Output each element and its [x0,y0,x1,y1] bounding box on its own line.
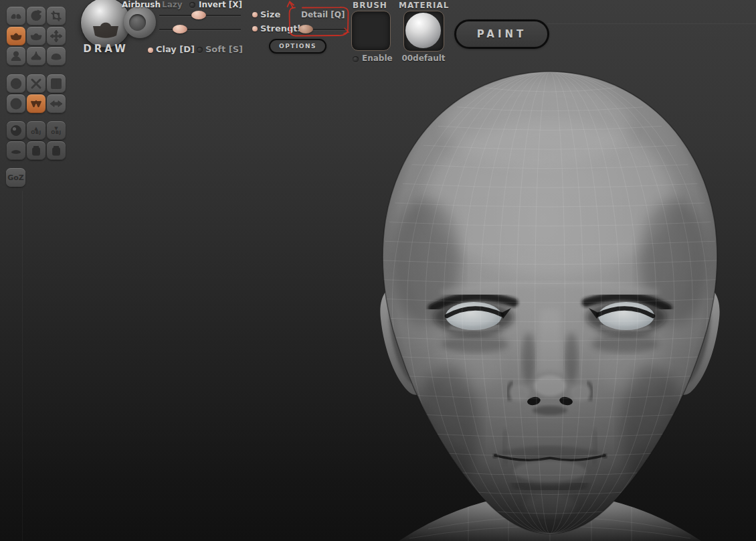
brush-panel-title: BRUSH [349,1,391,10]
wireframe-icon [29,97,43,110]
brush-enable-toggle[interactable] [353,56,359,62]
tool-button-symmetry[interactable] [47,94,66,113]
tool-button-wireframe[interactable] [27,94,45,113]
material-preview-slot[interactable] [403,11,444,52]
tool-button-open-file[interactable] [27,141,45,160]
svg-text:M: M [13,100,19,107]
tool-button-new-sphere[interactable] [7,121,25,140]
reduce-selected-x-icon [29,77,43,90]
tool-button-import-obj[interactable]: ▲ OBJ [27,121,45,140]
tool-button-save-file[interactable] [47,141,66,160]
brush-texture-slot[interactable] [351,11,391,51]
goz-label: GoZ [7,173,24,182]
app-window: M ▲ OBJ ▼ OBJ GoZ DRAW Airbrush Lazy Inv… [0,0,756,541]
tool-button-new-plane[interactable] [7,141,25,160]
material-panel-title: MATERIAL [399,1,448,10]
open-file-icon [29,144,43,157]
red-annotation-circle [0,0,375,60]
tool-palette-mesh: M [7,74,66,113]
new-plane-icon [9,144,23,157]
new-sphere-icon [9,124,23,137]
model-head [379,72,721,534]
tool-button-mask[interactable]: M [7,94,25,113]
material-sphere-icon [405,13,441,48]
export-obj-label: OBJ [51,131,61,135]
save-file-icon [50,144,63,157]
paint-mode-button[interactable]: PAINT [454,19,549,49]
paint-label: PAINT [477,28,527,40]
tool-button-reduce-brush[interactable] [7,74,25,93]
material-name: 00default [399,54,448,63]
tool-button-reduce-selected[interactable] [27,74,45,93]
goz-button[interactable]: GoZ [6,168,25,187]
import-obj-label: OBJ [31,131,41,135]
reduce-brush-icon [9,77,23,90]
panel-seam-horizontal [547,23,756,24]
tool-button-export-obj[interactable]: ▼ OBJ [47,121,66,140]
panel-seam-vertical [22,191,23,541]
tool-button-subdivide-all[interactable] [47,74,66,93]
mask-icon: M [9,97,23,110]
viewport-3d-model[interactable] [0,0,756,541]
subdivide-grid-icon [50,77,63,90]
symmetry-arrows-icon [50,97,63,110]
brush-enable-label[interactable]: Enable [362,54,393,63]
tool-palette-file: ▲ OBJ ▼ OBJ [7,121,66,160]
